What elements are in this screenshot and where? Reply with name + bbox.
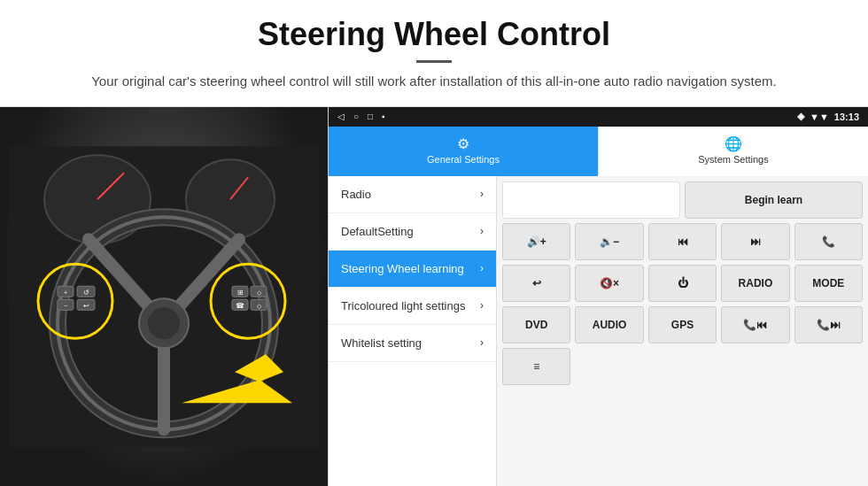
car-background: + − ↺ ↩ ⊞ ☎ ◇ ◇	[0, 107, 328, 487]
svg-text:⊞: ⊞	[237, 289, 244, 297]
next-button[interactable]: ⏭	[721, 223, 789, 260]
vol-down-button[interactable]: 🔉−	[575, 223, 643, 260]
mute-icon: 🔇×	[600, 277, 619, 289]
gps-button[interactable]: GPS	[648, 306, 717, 343]
menu-item-default[interactable]: DefaultSetting ›	[329, 213, 496, 251]
general-settings-icon: ⚙	[457, 135, 469, 152]
vol-down-icon: 🔉−	[600, 235, 619, 248]
power-icon: ⏻	[678, 277, 688, 289]
svg-text:↺: ↺	[83, 289, 89, 297]
control-row-4: DVD AUDIO GPS 📞⏮ 📞⏭	[502, 306, 863, 343]
recent-icon[interactable]: □	[368, 112, 373, 121]
prev-icon: ⏮	[678, 235, 688, 248]
control-row-5: ≡	[502, 348, 863, 385]
radio-label: RADIO	[739, 277, 773, 289]
page-wrapper: Steering Wheel Control Your original car…	[0, 0, 868, 486]
control-row-1: Begin learn	[502, 181, 863, 219]
menu-default-arrow: ›	[480, 225, 484, 237]
menu-list: Radio › DefaultSetting › Steering Wheel …	[329, 176, 497, 487]
signal-icon: ▼▼	[810, 112, 829, 122]
list-icon: ≡	[533, 360, 539, 373]
svg-text:☎: ☎	[236, 302, 244, 310]
menu-steering-arrow: ›	[480, 262, 484, 274]
radio-button[interactable]: RADIO	[721, 265, 789, 302]
phone-button[interactable]: 📞	[794, 223, 863, 260]
power-button[interactable]: ⏻	[648, 265, 717, 302]
svg-text:↩: ↩	[83, 302, 89, 310]
menu-radio-arrow: ›	[480, 188, 484, 200]
prev-button[interactable]: ⏮	[648, 223, 717, 260]
phone-icon: 📞	[822, 235, 835, 248]
steering-wheel-svg: + − ↺ ↩ ⊞ ☎ ◇ ◇	[9, 116, 319, 478]
svg-text:−: −	[64, 303, 67, 309]
dvd-label: DVD	[525, 319, 547, 331]
gps-label: GPS	[671, 319, 694, 331]
hangup-button[interactable]: ↩	[502, 265, 570, 302]
menu-radio-label: Radio	[341, 188, 371, 201]
phone-next-icon: 📞⏭	[817, 319, 841, 331]
menu-whitelist-label: Whitelist setting	[341, 336, 422, 350]
phone-prev-icon: 📞⏮	[743, 319, 767, 331]
mode-label: MODE	[812, 277, 844, 289]
control-row-2: 🔊+ 🔉− ⏮ ⏭ 📞	[502, 223, 863, 260]
screenshot-icon[interactable]: ▪	[382, 112, 385, 121]
phone-prev-button[interactable]: 📞⏮	[721, 306, 789, 343]
back-icon[interactable]: ◁	[337, 112, 345, 121]
audio-button[interactable]: AUDIO	[575, 306, 643, 343]
tab-system-label: System Settings	[698, 154, 768, 165]
system-settings-icon: 🌐	[725, 135, 742, 152]
time-display: 13:13	[834, 112, 859, 122]
home-icon[interactable]: ○	[353, 112, 359, 121]
menu-item-steering[interactable]: Steering Wheel learning ›	[329, 251, 496, 288]
begin-learn-button[interactable]: Begin learn	[685, 181, 863, 219]
control-row-3: ↩ 🔇× ⏻ RADIO MODE	[502, 265, 863, 302]
gps-icon: ◈	[797, 111, 804, 122]
vol-up-icon: 🔊+	[527, 235, 546, 248]
car-image: + − ↺ ↩ ⊞ ☎ ◇ ◇	[0, 107, 328, 487]
status-bar-right: ◈ ▼▼ 13:13	[797, 111, 859, 122]
menu-item-tricoloured[interactable]: Tricoloured light settings ›	[329, 288, 496, 325]
status-bar-left: ◁ ○ □ ▪	[337, 112, 385, 121]
audio-label: AUDIO	[593, 319, 627, 331]
page-subtitle: Your original car's steering wheel contr…	[53, 72, 815, 92]
main-area: Radio › DefaultSetting › Steering Wheel …	[329, 176, 868, 487]
phone-next-button[interactable]: 📞⏭	[794, 306, 863, 343]
mode-button[interactable]: MODE	[794, 265, 863, 302]
tab-system[interactable]: 🌐 System Settings	[598, 127, 868, 176]
dvd-button[interactable]: DVD	[502, 306, 570, 343]
content-section: + − ↺ ↩ ⊞ ☎ ◇ ◇	[0, 106, 868, 487]
empty-slot	[502, 181, 680, 219]
tab-general-label: General Settings	[427, 154, 500, 165]
svg-text:+: +	[64, 289, 67, 296]
title-divider	[416, 60, 452, 63]
menu-item-whitelist[interactable]: Whitelist setting ›	[329, 325, 496, 362]
menu-default-label: DefaultSetting	[341, 225, 414, 238]
menu-item-radio[interactable]: Radio ›	[329, 176, 496, 213]
vol-up-button[interactable]: 🔊+	[502, 223, 570, 260]
menu-tricoloured-arrow: ›	[480, 299, 484, 312]
page-title: Steering Wheel Control	[53, 16, 815, 53]
list-button[interactable]: ≡	[502, 348, 570, 385]
status-bar: ◁ ○ □ ▪ ◈ ▼▼ 13:13	[329, 107, 868, 127]
controls-panel: Begin learn 🔊+ 🔉− ⏮	[497, 176, 868, 487]
tab-bar: ⚙ General Settings 🌐 System Settings	[329, 127, 868, 176]
menu-steering-label: Steering Wheel learning	[341, 262, 464, 275]
header-section: Steering Wheel Control Your original car…	[0, 0, 868, 101]
menu-whitelist-arrow: ›	[480, 336, 484, 349]
menu-tricoloured-label: Tricoloured light settings	[341, 299, 465, 312]
android-ui: ◁ ○ □ ▪ ◈ ▼▼ 13:13 ⚙ General Settings	[328, 107, 868, 487]
mute-button[interactable]: 🔇×	[575, 265, 643, 302]
next-icon: ⏭	[750, 235, 761, 248]
tab-general[interactable]: ⚙ General Settings	[329, 127, 598, 176]
hangup-icon: ↩	[532, 277, 541, 289]
svg-point-12	[148, 307, 180, 339]
